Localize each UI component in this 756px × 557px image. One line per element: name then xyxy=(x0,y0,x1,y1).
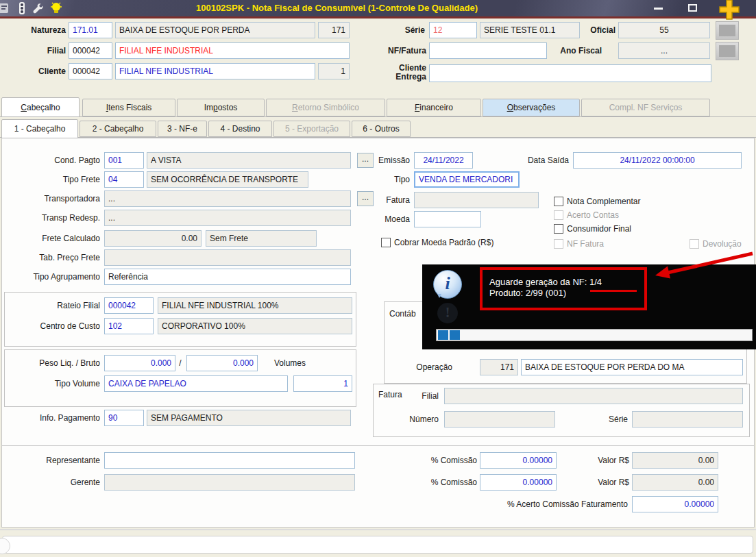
frete-calculado-value: 0.00 xyxy=(104,230,202,247)
devolucao-checkbox: Devolução xyxy=(690,238,742,249)
tipo-label: Tipo xyxy=(322,171,410,188)
info-pagamento-label: Info. Pagamento xyxy=(0,410,100,426)
oficial-value: 55 xyxy=(618,22,710,38)
tab-itens-fiscais[interactable]: Itens Fiscais xyxy=(82,99,175,116)
data-saida-input[interactable]: 24/11/2022 00:00:00 xyxy=(573,152,742,169)
nf-fatura-checkbox: NF Fatura xyxy=(554,238,604,249)
centro-custo-input[interactable]: 102 xyxy=(104,318,154,334)
centro-custo-description: CORPORATIVO 100% xyxy=(158,318,352,334)
emissao-input[interactable]: 24/11/2022 xyxy=(414,152,473,169)
title-bar: 100102SPK - Nota Fiscal de Consumível (1… xyxy=(0,0,756,16)
acerto-comissao-input[interactable]: 0.00000 xyxy=(632,496,718,512)
subtab-6-outros[interactable]: 6 - Outros xyxy=(352,121,411,137)
peso-liquido-input[interactable]: 0.000 xyxy=(104,355,175,371)
fatura-serie-input xyxy=(632,411,743,428)
annotation-underline xyxy=(590,290,637,292)
transp-redesp-input[interactable]: ... xyxy=(104,210,351,226)
lightbulb-icon[interactable] xyxy=(49,1,63,15)
checkbox-icon xyxy=(554,197,563,206)
subtab-4-destino[interactable]: 4 - Destino xyxy=(208,121,272,137)
nf-fatura-input[interactable] xyxy=(429,42,547,59)
tab-compl-nf-servicos: Compl. NF Serviços xyxy=(581,99,710,116)
nota-complementar-checkbox[interactable]: Nota Complementar xyxy=(554,196,640,207)
gerente-input xyxy=(104,474,355,491)
cliente-input[interactable]: 000042 xyxy=(69,63,112,79)
traffic-light-icon[interactable] xyxy=(15,1,29,15)
fatura-input xyxy=(414,192,539,208)
transportadora-input[interactable]: ... xyxy=(104,190,351,207)
close-plus-icon[interactable] xyxy=(716,0,743,22)
oficial-label: Oficial xyxy=(581,22,615,38)
subtab-3-nfe[interactable]: 3 - NF-e xyxy=(158,121,207,137)
info-icon xyxy=(433,270,462,299)
tipo-volume-input[interactable]: CAIXA DE PAPELAO xyxy=(104,375,288,392)
fatura-numero-input xyxy=(444,411,555,428)
cliente-label: Cliente xyxy=(4,63,66,79)
tipo-frete-label: Tipo Frete xyxy=(0,171,100,188)
tab-preco-frete-label: Tab. Preço Frete xyxy=(0,249,100,266)
minimize-button[interactable] xyxy=(650,3,668,14)
cond-pagto-description: A VISTA xyxy=(147,152,351,169)
cliente-extra: 1 xyxy=(318,63,350,79)
checkbox-icon xyxy=(690,239,699,249)
operacao-description[interactable]: BAIXA DE ESTOQUE POR PERDA DO MA xyxy=(521,359,743,375)
tipo-agrupamento-select[interactable]: Referência xyxy=(104,269,351,285)
cond-pagto-input[interactable]: 001 xyxy=(104,152,144,169)
valor1-value: 0.00 xyxy=(632,452,718,469)
comissao2-label: % Comissão xyxy=(384,474,477,491)
natureza-description: BAIXA DE ESTOQUE POR PERDA xyxy=(115,22,315,38)
wrench-icon[interactable] xyxy=(32,2,44,14)
consumidor-final-checkbox[interactable]: Consumidor Final xyxy=(554,223,631,234)
cliente-entrega-input[interactable] xyxy=(429,64,711,82)
cliente-entrega-label: Cliente Entrega xyxy=(370,64,426,82)
operacao-code: 171 xyxy=(480,359,518,375)
representante-input[interactable] xyxy=(104,452,355,469)
transp-redesp-label: Transp Redesp. xyxy=(0,210,100,226)
ano-fiscal-value: ... xyxy=(618,42,710,59)
tab-preco-frete-input xyxy=(104,249,351,266)
filial-input[interactable]: 000042 xyxy=(69,42,112,59)
acerto-contas-checkbox: Acerto Contas xyxy=(554,210,619,221)
natureza-input[interactable]: 171.01 xyxy=(69,22,112,38)
tab-observacoes[interactable]: Observações xyxy=(483,99,580,116)
fatura-serie-label: Série xyxy=(596,411,628,428)
subtab-1-cabecalho[interactable]: 1 - Cabeçalho xyxy=(1,119,78,138)
progress-block xyxy=(438,330,448,340)
header-tool-button-1[interactable] xyxy=(716,21,739,40)
contabil-label: Contáb xyxy=(389,308,416,319)
acerto-comissao-label: % Acerto Comissão Faturamento xyxy=(439,496,628,512)
serie-input[interactable]: 12 xyxy=(429,22,477,38)
rateio-filial-input[interactable]: 000042 xyxy=(104,297,154,314)
comissao1-input[interactable]: 0.00000 xyxy=(480,452,557,469)
comissao2-input[interactable]: 0.00000 xyxy=(480,474,557,491)
gerente-label: Gerente xyxy=(4,474,100,491)
app-window: 100102SPK - Nota Fiscal de Consumível (1… xyxy=(0,0,756,557)
info-pagamento-input[interactable]: 90 xyxy=(104,410,144,426)
fatura-filial-input xyxy=(444,388,743,404)
fatura-numero-label: Número xyxy=(370,411,439,428)
bottom-separator xyxy=(1,445,755,446)
tipo-frete-input[interactable]: 04 xyxy=(104,171,144,188)
header-tool-button-2[interactable] xyxy=(716,42,739,60)
subtab-2-cabecalho[interactable]: 2 - Cabeçalho xyxy=(80,121,156,137)
cobrar-moeda-checkbox[interactable]: Cobrar Moeda Padrão (R$) xyxy=(381,237,493,248)
footer-divider xyxy=(0,529,756,530)
maximize-button[interactable] xyxy=(684,3,702,14)
peso-bruto-input[interactable]: 0.000 xyxy=(186,355,258,371)
tab-financeiro[interactable]: Financeiro xyxy=(387,99,481,116)
volumes-input[interactable]: 1 xyxy=(293,375,352,392)
natureza-label: Natureza xyxy=(4,22,66,38)
progress-dialog: Aguarde geração da NF: 1/4 Produto: 2/99… xyxy=(422,264,756,349)
tab-cabecalho[interactable]: Cabeçalho xyxy=(1,97,80,117)
moeda-input[interactable] xyxy=(414,211,481,227)
tipo-input[interactable]: VENDA DE MERCADORI xyxy=(414,171,520,188)
tab-impostos[interactable]: Impostos xyxy=(177,99,265,116)
fatura-label: Fatura xyxy=(322,192,410,208)
volumes-label: Volumes xyxy=(274,358,306,369)
tipo-agrupamento-label: Tipo Agrupamento xyxy=(0,269,100,285)
checkbox-icon xyxy=(381,238,391,247)
filial-description: FILIAL NFE INDUSTRIAL xyxy=(115,42,350,59)
moeda-label: Moeda xyxy=(322,211,410,227)
cliente-description: FILIAL NFE INDUSTRIAL xyxy=(115,63,315,79)
emissao-label: Emissão xyxy=(322,152,410,169)
